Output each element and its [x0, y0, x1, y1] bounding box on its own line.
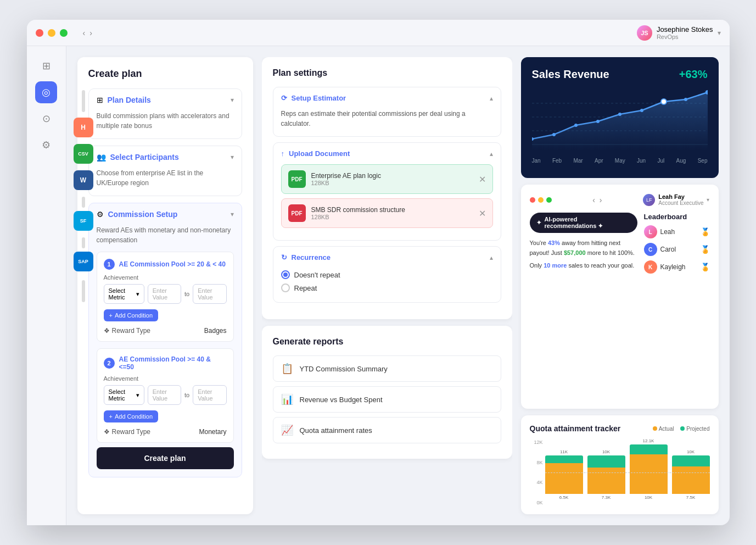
tier-2-name: AE Commission Pool >= 40 & <=50: [119, 355, 227, 371]
report-item-ytd[interactable]: 📋 YTD Commission Summary: [273, 355, 501, 382]
upload-item-2: PDF SMB SDR commission structure 128KB ✕: [281, 198, 493, 228]
tier-1-add-condition-button[interactable]: + Add Condition: [104, 309, 159, 321]
maximize-button[interactable]: [60, 29, 68, 37]
mini-user: LF Leah Fay Account Executive ▾: [643, 193, 709, 206]
sidebar-item-settings[interactable]: ⚙: [35, 134, 57, 156]
generate-reports-title: Generate reports: [273, 337, 501, 347]
ai-text-2: Only 10 more sales to reach your goal.: [530, 261, 637, 271]
bar-1-projected: [545, 455, 583, 463]
select-participants-title: Select Participants: [110, 153, 179, 162]
mini-maximize-icon: [546, 197, 552, 203]
lb-avatar-leah: L: [644, 225, 657, 238]
upload-1-close-button[interactable]: ✕: [479, 174, 486, 185]
bar-4-total-label: 10K: [687, 449, 695, 454]
sidebar-item-target[interactable]: ◎: [35, 81, 57, 103]
tier-1-reward-label: Reward Type: [112, 327, 150, 335]
mini-minimize-icon: [538, 197, 544, 203]
ai-btn-label: AI-powered recommendations ✦: [545, 216, 631, 230]
mini-avatar: LF: [643, 194, 655, 206]
upload-title: Upload Document: [289, 149, 350, 158]
commission-setup-chevron: ▾: [231, 210, 234, 218]
ai-recommendations-button[interactable]: ✦ AI-powered recommendations ✦: [530, 213, 637, 233]
svg-point-9: [618, 113, 621, 116]
commission-setup-desc: Reward AEs with monetary and non-monetar…: [97, 225, 234, 245]
ai-section: ✦ AI-powered recommendations ✦ You're 43…: [530, 213, 637, 278]
sap-icon[interactable]: SAP: [74, 252, 93, 271]
tier-2-value1-input[interactable]: Enter Value: [148, 385, 181, 405]
recurrence-header[interactable]: ↻ Recurrence ▴: [273, 247, 501, 268]
tier-2-add-condition-button[interactable]: + Add Condition: [104, 410, 159, 422]
mini-close-icon: [530, 197, 535, 203]
create-plan-button[interactable]: Create plan: [97, 447, 234, 469]
close-button[interactable]: [36, 29, 43, 37]
participants-icon: 👥: [97, 153, 106, 162]
integrations-panel: H CSV W SF SAP: [74, 90, 93, 302]
quota-tracker-card: Quota attainment tracker Actual Projecte…: [521, 415, 719, 514]
bar-1-actual-label: 6.5K: [559, 495, 568, 500]
sidebar-item-camera[interactable]: ⊙: [35, 108, 57, 130]
bar-4-actual-label: 7.5K: [686, 495, 695, 500]
tier-2-value2-input[interactable]: Enter Value: [193, 385, 226, 405]
bar-2-actual-label: 7.3K: [602, 495, 611, 500]
recurrence-repeat[interactable]: Repeat: [281, 283, 493, 292]
tier-2-reward-icon: ❖: [104, 428, 110, 436]
recurrence-chevron: ▴: [490, 254, 493, 262]
bar-2-actual: [587, 468, 625, 494]
upload-2-close-button[interactable]: ✕: [479, 208, 486, 219]
tier-1-metric-select[interactable]: Select Metric ▾: [104, 284, 144, 304]
setup-estimator-header[interactable]: ⟳ Setup Estimator ▴: [273, 87, 501, 109]
hubspot-icon[interactable]: H: [74, 118, 93, 137]
upload-document-header[interactable]: ↑ Upload Document ▴: [273, 143, 501, 164]
mini-chevron-down-icon: ▾: [707, 197, 709, 203]
plan-details-header[interactable]: ⊞ Plan Details ▾: [89, 89, 242, 111]
mini-user-name: Leah Fay: [658, 193, 703, 200]
recurrence-options: Doesn't repeat Repeat: [281, 268, 493, 294]
user-info[interactable]: JS Josephine Stokes RevOps ▾: [637, 25, 721, 41]
tier-2-metric-select[interactable]: Select Metric ▾: [104, 385, 144, 405]
word-icon[interactable]: W: [74, 170, 93, 190]
forward-arrow[interactable]: ›: [89, 29, 92, 37]
mini-forward-arrow[interactable]: ›: [600, 196, 602, 204]
repeat-label: Repeat: [294, 284, 317, 292]
sidebar-item-grid[interactable]: ⊞: [35, 55, 57, 77]
commission-setup-header[interactable]: ⚙ Commission Setup ▾: [89, 203, 242, 225]
back-arrow[interactable]: ‹: [83, 29, 86, 37]
tier-1-to-label: to: [184, 291, 189, 297]
tier-1-value1-input[interactable]: Enter Value: [148, 284, 181, 304]
svg-point-7: [574, 124, 578, 127]
recurrence-doesnt-repeat[interactable]: Doesn't repeat: [281, 270, 493, 279]
csv-icon[interactable]: CSV: [74, 144, 93, 164]
tier-1-number: 1: [104, 259, 115, 270]
report-revenue-icon: 📊: [281, 393, 293, 405]
radio-doesnt-repeat: [281, 270, 290, 279]
tier-1-reward-value: Badges: [204, 327, 227, 335]
plan-settings-card: Plan settings ⟳ Setup Estimator ▴ Reps c…: [262, 57, 512, 319]
bar-1-actual: [545, 463, 583, 494]
minimize-button[interactable]: [48, 29, 55, 37]
bar-1: 11K 6.5K: [545, 449, 583, 500]
projected-dot: [680, 426, 685, 431]
mini-title-bar: ‹ › LF Leah Fay Account Executive ▾: [530, 193, 710, 206]
upload-document-section: ↑ Upload Document ▴ PDF Enterprise AE pl: [273, 142, 501, 241]
estimator-chevron: ▴: [490, 94, 493, 102]
revenue-card: Sales Revenue +63%: [521, 57, 719, 178]
traffic-lights: [36, 29, 68, 37]
upload-chevron: ▴: [490, 150, 493, 158]
bar-2-total-label: 10K: [602, 449, 610, 454]
tier-2-achievement-label: Achievement: [104, 375, 227, 382]
select-participants-header[interactable]: 👥 Select Participants ▾: [89, 146, 242, 168]
report-item-revenue[interactable]: 📊 Revenue vs Budget Spent: [273, 386, 501, 413]
y-label-0k: 0K: [530, 500, 543, 505]
report-item-quota[interactable]: 📈 Quota attainment rates: [273, 417, 501, 443]
quota-legend: Actual Projected: [653, 426, 709, 432]
mini-back-arrow[interactable]: ‹: [592, 196, 595, 204]
salesforce-icon[interactable]: SF: [74, 211, 93, 231]
lb-name-leah: Leah: [660, 228, 697, 236]
ai-text-1: You're 43% away from hitting next payout…: [530, 238, 637, 258]
legend-projected: Projected: [686, 426, 709, 432]
tier-1-value2-input[interactable]: Enter Value: [193, 284, 226, 304]
bar-3-actual: [630, 454, 668, 494]
lb-medal-kayleigh: 🏅: [701, 263, 710, 271]
generate-reports-card: Generate reports 📋 YTD Commission Summar…: [262, 326, 512, 459]
plan-details-section: ⊞ Plan Details ▾ Build commission plans …: [88, 88, 242, 139]
